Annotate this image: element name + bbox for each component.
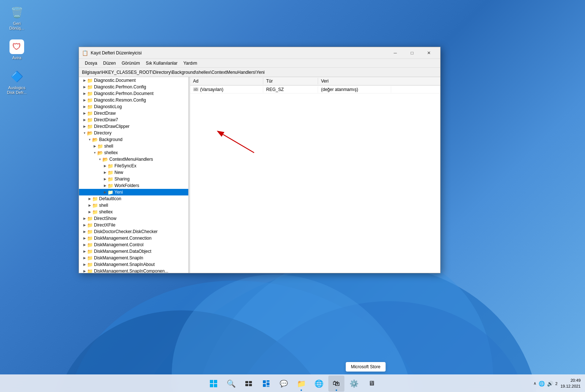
tree-expand-icon[interactable]: ▶	[82, 242, 87, 247]
system-tray: ∧ 🌐 🔊 2	[533, 381, 558, 387]
tree-item[interactable]: ▶📁DiskManagement.DataObject	[79, 248, 188, 255]
volume-icon[interactable]: 🔊	[547, 381, 553, 387]
tree-expand-icon[interactable]: ▶	[82, 236, 87, 241]
tree-item[interactable]: ▶📁DirectDraw7	[79, 117, 188, 123]
tree-item[interactable]: ▾📂shellex	[79, 149, 188, 156]
tree-item[interactable]: ▶📁WorkFolders	[79, 182, 188, 189]
settings-button[interactable]: ⚙️	[346, 376, 362, 392]
tree-expand-icon[interactable]: ▶	[102, 183, 107, 188]
tree-expand-icon[interactable]: ▶	[102, 190, 107, 195]
auslogics-label: AuslogicsDisk Defr...	[7, 85, 27, 95]
menu-favorites[interactable]: Sık Kullanılanlar	[143, 60, 181, 66]
tree-expand-icon[interactable]: ▶	[82, 222, 87, 228]
task-view-button[interactable]	[241, 376, 257, 392]
tree-item[interactable]: ▶📁DirectShow	[79, 215, 188, 222]
recycle-bin-icon[interactable]: 🗑️ GeriDönüş...	[4, 4, 30, 32]
chat-button[interactable]: 💬	[276, 376, 292, 392]
tree-expand-icon[interactable]: ▶	[102, 170, 107, 175]
tree-expand-icon[interactable]: ▾	[82, 130, 87, 136]
tree-item[interactable]: ▶📁New	[79, 169, 188, 176]
tree-item[interactable]: ▶📁Diagnostic.Perfmon.Document	[79, 90, 188, 97]
tree-expand-icon[interactable]: ▶	[82, 84, 87, 90]
tree-expand-icon[interactable]: ▶	[82, 216, 87, 221]
tree-expand-icon[interactable]: ▶	[102, 176, 107, 182]
avira-icon[interactable]: 🛡 Avira	[4, 38, 30, 62]
tree-item[interactable]: ▶📁DiagnosticLog	[79, 103, 188, 110]
folder-icon: 📁	[87, 269, 93, 273]
svg-rect-16	[263, 380, 266, 383]
tree-item[interactable]: ▶📁DefaultIcon	[79, 195, 188, 202]
menu-duzen[interactable]: Düzen	[100, 60, 119, 66]
tree-expand-icon[interactable]: ▶	[82, 249, 87, 254]
tree-item[interactable]: ▶📁DirectDrawClipper	[79, 123, 188, 130]
tree-expand-icon[interactable]: ▶	[82, 104, 87, 109]
folder-icon: 📁	[92, 203, 98, 208]
tree-expand-icon[interactable]: ▶	[87, 203, 92, 208]
tree-expand-icon[interactable]: ▶	[82, 255, 87, 260]
tree-expand-icon[interactable]: ▶	[82, 229, 87, 234]
tree-item[interactable]: ▶📁shell	[79, 143, 188, 149]
tree-expand-icon[interactable]: ▾	[92, 150, 97, 155]
tree-item[interactable]: ▶📁Sharing	[79, 176, 188, 182]
tree-item[interactable]: ▶📁Diagnostic.Perfmon.Config	[79, 84, 188, 90]
tree-panel[interactable]: ▶📁Diagnostic.Document▶📁Diagnostic.Perfmo…	[79, 77, 189, 273]
tree-item-label: DiskDoctorChecker.DiskChecker	[94, 229, 158, 234]
tree-expand-icon[interactable]: ▾	[87, 137, 92, 142]
tree-item[interactable]: ▶📁shellex	[79, 209, 188, 215]
tree-item[interactable]: ▾📂Background	[79, 136, 188, 143]
folder-icon: 📁	[92, 209, 98, 215]
taskbar-clock[interactable]: 20:49 19.12.2021	[561, 378, 581, 389]
table-row[interactable]: ab (Varsayılan)REG_SZ(değer atanmamış)	[190, 85, 440, 94]
tree-item[interactable]: ▶📁DiskManagement.Control	[79, 241, 188, 248]
tree-expand-icon[interactable]: ▶	[82, 117, 87, 122]
auslogics-icon[interactable]: 🔷 AuslogicsDisk Defr...	[4, 68, 30, 96]
menu-help[interactable]: Yardım	[180, 60, 200, 66]
tree-expand-icon[interactable]: ▾	[97, 157, 102, 162]
tree-expand-icon[interactable]: ▶	[92, 144, 97, 149]
edge-button[interactable]: 🌐	[311, 376, 327, 392]
tree-item[interactable]: ▶📁shell	[79, 202, 188, 209]
tree-item[interactable]: ▶📁Diagnostic.Document	[79, 77, 188, 84]
tree-item[interactable]: ▶📁DiskManagement.Connection	[79, 235, 188, 241]
tree-item[interactable]: ▶📁DiskManagement.SnapInAbout	[79, 261, 188, 268]
tree-item[interactable]: ▾📂ContextMenuHandlers	[79, 156, 188, 163]
folder-icon: 📁	[87, 242, 93, 248]
tree-expand-icon[interactable]: ▶	[87, 196, 92, 201]
tray-chevron[interactable]: ∧	[533, 381, 536, 386]
network-icon[interactable]: 🌐	[539, 381, 545, 387]
tree-item[interactable]: ▶📁Diagnostic.Resmon.Config	[79, 97, 188, 103]
minimize-button[interactable]: ─	[387, 47, 404, 59]
registry-app-button[interactable]: 🖥	[363, 376, 380, 392]
tree-expand-icon[interactable]: ▶	[82, 262, 87, 267]
tree-expand-icon[interactable]: ▶	[82, 269, 87, 273]
tree-item[interactable]: ▶📁DiskDoctorChecker.DiskChecker	[79, 228, 188, 235]
menu-gorunum[interactable]: Görünüm	[119, 60, 143, 66]
svg-rect-9	[214, 380, 217, 383]
start-button[interactable]	[205, 376, 222, 392]
folder-icon: 📂	[97, 150, 103, 156]
tree-expand-icon[interactable]: ▶	[82, 98, 87, 103]
tree-item[interactable]: ▶📁Yeni	[79, 189, 188, 195]
tree-item[interactable]: ▶📁DiskManagement.SnapInComponen...	[79, 268, 188, 273]
tree-expand-icon[interactable]: ▶	[82, 78, 87, 83]
widgets-button[interactable]	[258, 376, 274, 392]
tree-item[interactable]: ▶📁FileSyncEx	[79, 163, 188, 169]
svg-rect-19	[267, 383, 269, 385]
folder-icon: 📁	[87, 98, 93, 103]
tree-expand-icon[interactable]: ▶	[82, 91, 87, 96]
address-bar[interactable]: Bilgisayar\HKEY_CLASSES_ROOT\Directory\B…	[79, 68, 440, 77]
tree-item[interactable]: ▶📁DiskManagement.SnapIn	[79, 255, 188, 261]
close-button[interactable]: ✕	[420, 47, 437, 59]
maximize-button[interactable]: □	[404, 47, 420, 59]
tree-expand-icon[interactable]: ▶	[82, 124, 87, 129]
file-explorer-button[interactable]: 📁	[293, 376, 309, 392]
ms-store-button[interactable]: 🛍	[328, 376, 344, 392]
tree-item[interactable]: ▾📂Directory	[79, 130, 188, 136]
tree-item[interactable]: ▶📁DirectXFile	[79, 222, 188, 228]
tree-expand-icon[interactable]: ▶	[102, 163, 107, 168]
tree-expand-icon[interactable]: ▶	[82, 111, 87, 116]
tree-item[interactable]: ▶📁DirectDraw	[79, 110, 188, 117]
menu-dosya[interactable]: Dosya	[82, 60, 100, 66]
search-button[interactable]: 🔍	[223, 376, 239, 392]
tree-expand-icon[interactable]: ▶	[87, 209, 92, 214]
